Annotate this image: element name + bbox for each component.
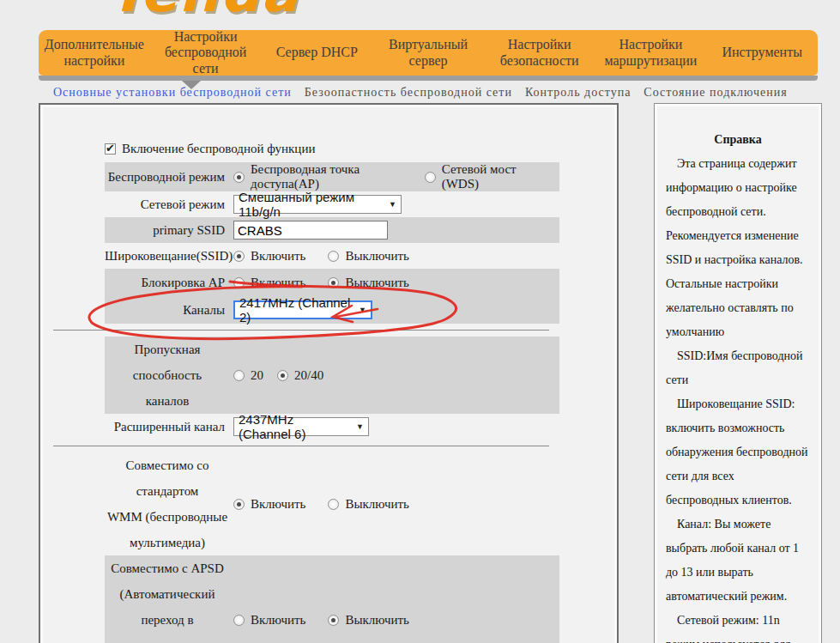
subnav-item-basic-wireless[interactable]: Основные установки беспроводной сети <box>53 86 292 100</box>
ap-isolation-off-option[interactable]: Выключить <box>328 276 408 290</box>
network-mode-value: Смешанный режим 11b/g/n <box>239 190 382 219</box>
wmm-off-option[interactable]: Выключить <box>328 497 408 512</box>
divider <box>53 446 549 446</box>
wireless-mode-ap-radio[interactable] <box>233 172 245 183</box>
apsd-label: Совместимо с APSD (Автоматический перехо… <box>105 555 233 643</box>
apsd-off-radio[interactable] <box>328 615 339 626</box>
bandwidth-label: Пропускная способность каналов <box>105 337 233 414</box>
wireless-mode-wds-radio[interactable] <box>425 172 436 183</box>
form-row-wireless-mode: Беспроводной режим Беспроводная точка до… <box>105 162 559 191</box>
nav-tab-wireless-settings[interactable]: Настройки беспроводной сети <box>150 27 262 78</box>
wmm-label: Совместимо со стандартом WMM (беспроводн… <box>105 452 233 555</box>
enable-wireless-row: Включение беспроводной функции <box>105 137 617 160</box>
wireless-mode-ap-option[interactable]: Беспроводная точка доступа(AP) <box>233 162 402 191</box>
form-row-extension-channel: Расширенный канал 2437MHz (Channel 6) ▼ <box>105 414 559 440</box>
extension-channel-value: 2437MHz (Channel 6) <box>239 412 349 441</box>
dropdown-arrow-icon: ▼ <box>389 200 396 209</box>
form-row-broadcast-ssid: Широковещание(SSID) Включить Выключить <box>105 243 559 269</box>
enable-wireless-label: Включение беспроводной функции <box>122 142 315 156</box>
broadcast-ssid-label: Широковещание(SSID) <box>105 249 233 264</box>
apsd-off-label: Выключить <box>345 613 408 628</box>
nav-tab-virtual-server[interactable]: Виртуальный сервер <box>372 35 484 70</box>
bandwidth-label-line1: Пропускная способность <box>105 337 230 388</box>
broadcast-ssid-on-option[interactable]: Включить <box>233 249 305 264</box>
form-row-network-mode: Сетевой режим Смешанный режим 11b/g/n ▼ <box>105 191 559 217</box>
form-block-ap-channel: Блокировка AP Включить Выключить Каналы <box>105 269 559 324</box>
ap-isolation-off-radio[interactable] <box>328 277 339 288</box>
wmm-label-line1: Совместимо со стандартом <box>105 452 230 504</box>
nav-tab-routing-settings[interactable]: Настройки маршрутизации <box>595 35 707 70</box>
sub-nav: Основные установки беспроводной сети Без… <box>53 86 788 100</box>
wmm-off-label: Выключить <box>345 497 408 512</box>
extension-channel-select[interactable]: 2437MHz (Channel 6) ▼ <box>233 417 369 436</box>
wireless-mode-wds-label: Сетевой мост (WDS) <box>442 162 537 191</box>
tenda-logo-text: Tenda <box>108 0 331 24</box>
broadcast-ssid-off-label: Выключить <box>345 249 408 264</box>
channel-select[interactable]: 2417MHz (Channel 2) ▼ <box>233 300 372 319</box>
nav-tab-additional-settings[interactable]: Дополнительные настройки <box>39 35 150 70</box>
tenda-logo: Tenda <box>108 0 331 24</box>
wmm-on-option[interactable]: Включить <box>233 497 305 512</box>
main-nav: Дополнительные настройки Настройки беспр… <box>39 30 818 76</box>
help-text: SSID:Имя беспроводной сети <box>666 344 810 392</box>
wireless-mode-label: Беспроводной режим <box>105 170 233 185</box>
wmm-on-radio[interactable] <box>233 499 245 510</box>
nav-tab-security-settings[interactable]: Настройки безопасности <box>484 35 595 70</box>
help-panel: Справка Эта страница содержит информацию… <box>654 103 822 643</box>
broadcast-ssid-off-radio[interactable] <box>328 251 339 262</box>
apsd-label-line3: режим экономии энергии) <box>105 633 230 643</box>
network-mode-label: Сетевой режим <box>105 197 233 212</box>
wmm-label-line3: мультимедиа) <box>105 530 230 555</box>
broadcast-ssid-on-label: Включить <box>251 249 305 264</box>
apsd-on-option[interactable]: Включить <box>233 613 305 628</box>
broadcast-ssid-off-option[interactable]: Выключить <box>328 249 408 264</box>
wireless-mode-wds-option[interactable]: Сетевой мост (WDS) <box>425 162 537 191</box>
wireless-settings-panel: Включение беспроводной функции Беспровод… <box>39 103 619 643</box>
form-row-channel: Каналы 2417MHz (Channel 2) ▼ <box>105 296 559 324</box>
broadcast-ssid-on-radio[interactable] <box>233 251 245 262</box>
primary-ssid-input[interactable] <box>233 221 388 240</box>
wmm-on-label: Включить <box>251 497 305 512</box>
apsd-label-line2: (Автоматический переход в <box>105 581 230 633</box>
help-title: Справка <box>666 128 810 152</box>
apsd-on-label: Включить <box>251 613 305 628</box>
channel-label: Каналы <box>105 303 233 318</box>
wireless-mode-ap-label: Беспроводная точка доступа(AP) <box>251 162 402 191</box>
form-row-bandwidth: Пропускная способность каналов 20 20/40 <box>105 337 559 414</box>
ap-isolation-on-label: Включить <box>251 276 305 290</box>
form-row-apsd: Совместимо с APSD (Автоматический перехо… <box>105 555 559 643</box>
nav-tab-tools[interactable]: Инструменты <box>706 43 818 62</box>
apsd-off-option[interactable]: Выключить <box>328 613 408 628</box>
bandwidth-20-option[interactable]: 20 <box>233 368 263 383</box>
network-mode-select[interactable]: Смешанный режим 11b/g/n ▼ <box>233 195 402 214</box>
subnav-item-wireless-security[interactable]: Безоопастность беспроводной сети <box>305 86 512 100</box>
subnav-item-access-control[interactable]: Контроль доступа <box>525 86 631 100</box>
bandwidth-label-line2: каналов <box>105 388 230 414</box>
wmm-label-line2: WMM (беспроводные <box>105 504 230 530</box>
apsd-on-radio[interactable] <box>233 615 245 626</box>
primary-ssid-label: primary SSID <box>105 223 233 238</box>
form-row-ap-isolation: Блокировка AP Включить Выключить <box>105 269 559 296</box>
help-text: Канал: Вы можете выбрать любой канал от … <box>666 513 810 609</box>
form-row-wmm: Совместимо со стандартом WMM (беспроводн… <box>105 452 559 555</box>
bandwidth-2040-radio[interactable] <box>277 370 288 381</box>
divider <box>53 330 549 331</box>
bandwidth-2040-option[interactable]: 20/40 <box>277 368 323 383</box>
apsd-label-line1: Совместимо с APSD <box>105 555 230 581</box>
dropdown-arrow-icon: ▼ <box>356 422 364 431</box>
channel-value: 2417MHz (Channel 2) <box>239 295 352 325</box>
ap-isolation-on-option[interactable]: Включить <box>233 276 305 290</box>
extension-channel-label: Расширенный канал <box>105 420 233 434</box>
enable-wireless-checkbox[interactable] <box>105 143 116 155</box>
wireless-form-table: Беспроводной режим Беспроводная точка до… <box>105 162 559 643</box>
nav-tab-dhcp-server[interactable]: Сервер DHCP <box>261 43 372 62</box>
help-text: Сетевой режим: 11n режим используется дл… <box>666 609 810 643</box>
ap-isolation-label: Блокировка AP <box>105 276 233 290</box>
wmm-off-radio[interactable] <box>328 499 339 510</box>
nav-shadow-bar <box>39 76 818 81</box>
help-text: Широковещание SSID: включить возможность… <box>666 392 810 513</box>
subnav-item-connection-status[interactable]: Состояние подключения <box>644 86 787 100</box>
ap-isolation-on-radio[interactable] <box>233 277 245 288</box>
bandwidth-20-label: 20 <box>251 368 263 383</box>
bandwidth-20-radio[interactable] <box>233 370 245 381</box>
